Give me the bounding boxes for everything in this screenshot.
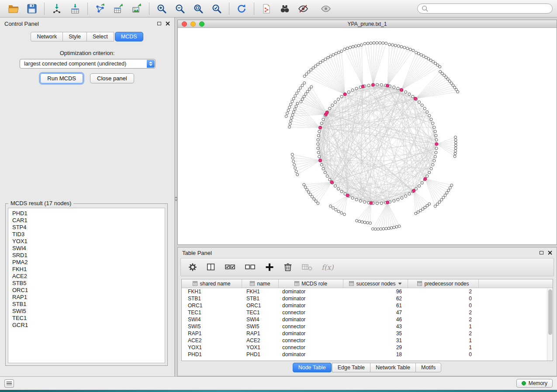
import-network-button[interactable]: [49, 2, 64, 16]
import-table-button[interactable]: [68, 2, 83, 16]
function-builder-icon[interactable]: f(x): [322, 263, 333, 272]
table-row[interactable]: TEC1TEC1connector472: [182, 309, 553, 316]
delete-column-icon[interactable]: [283, 262, 293, 272]
float-panel-icon[interactable]: [157, 22, 161, 25]
table-cell[interactable]: 96: [343, 288, 408, 295]
search-input[interactable]: [431, 6, 549, 12]
table-cell[interactable]: SWI5: [182, 323, 242, 330]
column-header-successor-nodes[interactable]: successor nodes: [343, 279, 408, 288]
scrollbar-thumb[interactable]: [548, 289, 552, 335]
mcds-result-item[interactable]: SWI4: [12, 245, 165, 252]
table-cell[interactable]: SWI4: [242, 316, 279, 323]
table-row[interactable]: RAP1RAP1dominator352: [182, 330, 553, 337]
table-cell[interactable]: PHD1: [242, 351, 279, 358]
table-cell[interactable]: 0: [408, 351, 479, 358]
table-cell[interactable]: SWI5: [242, 323, 279, 330]
zoom-in-button[interactable]: [154, 2, 169, 16]
add-column-icon[interactable]: [265, 262, 274, 272]
table-cell[interactable]: ORC1: [182, 302, 242, 309]
table-cell[interactable]: STB1: [242, 295, 279, 302]
table-cell[interactable]: connector: [279, 309, 343, 316]
table-cell[interactable]: STB1: [182, 295, 242, 302]
table-cell[interactable]: SWI4: [182, 316, 242, 323]
table-row[interactable]: ORC1ORC1dominator610: [182, 302, 553, 309]
share-document-button[interactable]: [259, 2, 274, 16]
table-cell[interactable]: YOX1: [182, 344, 242, 351]
tab-mcds[interactable]: MCDS: [115, 32, 143, 41]
save-session-button[interactable]: [24, 2, 39, 16]
minimize-window-icon[interactable]: [190, 21, 196, 27]
table-cell[interactable]: 47: [343, 309, 408, 316]
tab-select[interactable]: Select: [86, 32, 114, 41]
table-cell[interactable]: dominator: [279, 295, 343, 302]
show-all-button[interactable]: [318, 2, 333, 16]
table-cell[interactable]: ACE2: [182, 337, 242, 344]
column-header-name[interactable]: name: [242, 279, 279, 288]
table-cell[interactable]: FKH1: [182, 288, 242, 295]
column-header-predecessor-nodes[interactable]: predecessor nodes: [408, 279, 479, 288]
table-cell[interactable]: 2: [408, 288, 479, 295]
mcds-result-item[interactable]: STP4: [12, 224, 165, 231]
mcds-result-item[interactable]: TEC1: [12, 315, 165, 322]
table-cell[interactable]: 1: [408, 323, 479, 330]
table-cell[interactable]: TEC1: [182, 309, 242, 316]
float-panel-icon[interactable]: [540, 251, 543, 254]
table-cell[interactable]: ORC1: [242, 302, 279, 309]
mcds-result-item[interactable]: GCR1: [12, 322, 165, 329]
mcds-result-item[interactable]: CAR1: [12, 217, 165, 224]
table-cell[interactable]: 35: [343, 330, 408, 337]
table-cell[interactable]: connector: [279, 337, 343, 344]
table-cell[interactable]: 18: [343, 351, 408, 358]
mcds-result-list[interactable]: PHD1CAR1STP4TID3YOX1SWI4SRD1PMA2FKH1ACE2…: [8, 208, 165, 363]
hide-selected-button[interactable]: [296, 2, 311, 16]
mcds-result-item[interactable]: SWI5: [12, 308, 165, 315]
close-panel-icon[interactable]: [548, 251, 552, 255]
delete-table-icon[interactable]: [301, 262, 313, 272]
column-header-MCDS-role[interactable]: MCDS role: [279, 279, 343, 288]
table-row[interactable]: STB1STB1dominator620: [182, 295, 553, 302]
memory-button[interactable]: Memory: [516, 379, 553, 388]
search-box[interactable]: [417, 3, 553, 14]
mcds-result-item[interactable]: STB5: [12, 280, 165, 287]
close-panel-button[interactable]: Close panel: [90, 73, 134, 83]
table-cell[interactable]: ACE2: [242, 337, 279, 344]
table-cell[interactable]: FKH1: [242, 288, 279, 295]
deselect-all-rows-icon[interactable]: [245, 262, 256, 272]
mcds-result-item[interactable]: STB1: [12, 301, 165, 308]
tab-network[interactable]: Network: [31, 32, 63, 41]
mcds-result-item[interactable]: PMA2: [12, 259, 165, 266]
table-row[interactable]: FKH1FKH1dominator962: [182, 288, 553, 295]
table-cell[interactable]: 1: [408, 344, 479, 351]
table-tab-network-table[interactable]: Network Table: [370, 363, 416, 372]
table-cell[interactable]: 2: [408, 330, 479, 337]
zoom-out-button[interactable]: [173, 2, 187, 16]
optimization-criterion-dropdown[interactable]: largest connected component (undirected): [20, 59, 156, 69]
maximize-window-icon[interactable]: [199, 21, 204, 27]
mcds-result-item[interactable]: RAP1: [12, 294, 165, 301]
close-panel-icon[interactable]: [166, 21, 170, 26]
table-tab-edge-table[interactable]: Edge Table: [332, 363, 370, 372]
table-tab-motifs[interactable]: Motifs: [415, 363, 441, 372]
table-row[interactable]: YOX1YOX1connector291: [182, 344, 553, 351]
table-tab-node-table[interactable]: Node Table: [293, 363, 332, 372]
select-all-rows-icon[interactable]: [225, 262, 236, 272]
table-cell[interactable]: connector: [279, 323, 343, 330]
close-window-icon[interactable]: [182, 21, 187, 27]
table-settings-gear-icon[interactable]: [188, 262, 197, 272]
table-row[interactable]: SWI5SWI5connector431: [182, 323, 553, 330]
table-row[interactable]: PHD1PHD1dominator180: [182, 351, 553, 358]
network-canvas[interactable]: [178, 28, 557, 245]
export-image-button[interactable]: [129, 2, 144, 16]
dropdown-stepper-icon[interactable]: [147, 60, 155, 68]
mcds-result-item[interactable]: PHD1: [12, 210, 165, 217]
table-cell[interactable]: 0: [408, 295, 479, 302]
table-cell[interactable]: dominator: [279, 351, 343, 358]
open-folder-button[interactable]: [6, 2, 21, 16]
table-cell[interactable]: 31: [343, 337, 408, 344]
mcds-result-item[interactable]: YOX1: [12, 238, 165, 245]
search-binoculars-button[interactable]: [277, 2, 292, 16]
table-row[interactable]: ACE2ACE2connector311: [182, 337, 553, 344]
table-cell[interactable]: RAP1: [182, 330, 242, 337]
table-cell[interactable]: dominator: [279, 302, 343, 309]
zoom-fit-button[interactable]: [191, 2, 206, 16]
